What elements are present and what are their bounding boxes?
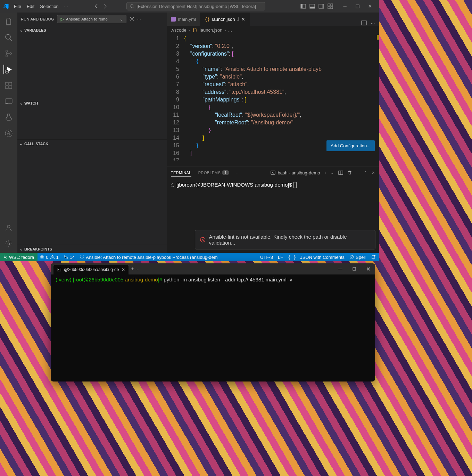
- status-remote[interactable]: WSL: fedora: [0, 253, 38, 261]
- split-terminal-icon[interactable]: [338, 170, 343, 175]
- activity-testing[interactable]: [4, 113, 14, 122]
- status-language[interactable]: { } JSON with Comments: [288, 254, 345, 260]
- close-tab-icon[interactable]: ✕: [122, 267, 125, 272]
- tab-main-yml[interactable]: main.yml: [167, 13, 200, 26]
- terminal-body[interactable]: [jborean@JBOREAN-WINDOWS ansibug-demo]$ …: [167, 179, 379, 253]
- status-spell[interactable]: Spell: [349, 254, 366, 260]
- layout-left-icon[interactable]: [300, 3, 306, 9]
- activity-extensions[interactable]: [4, 81, 14, 90]
- svg-rect-20: [9, 82, 12, 85]
- variables-body: [17, 34, 167, 99]
- trash-icon[interactable]: [347, 170, 352, 175]
- layout-bottom-icon[interactable]: [309, 3, 315, 9]
- vscode-logo-icon: [3, 3, 9, 9]
- svg-rect-9: [328, 7, 330, 9]
- window-maximize[interactable]: [351, 1, 364, 11]
- window-minimize[interactable]: ─: [339, 1, 351, 11]
- tab-launch-json[interactable]: {} launch.json 1 ✕: [200, 13, 250, 26]
- layout-right-icon[interactable]: [318, 3, 324, 9]
- toast-message: Ansible-lint is not available. Kindly ch…: [209, 234, 370, 246]
- status-debug-target[interactable]: Ansible: Attach to remote ansible-playbo…: [80, 255, 217, 260]
- maximize-panel-icon[interactable]: ⌃: [364, 171, 367, 175]
- activity-ansible[interactable]: [4, 129, 14, 138]
- status-eol[interactable]: LF: [278, 254, 283, 260]
- svg-point-15: [10, 53, 12, 55]
- activity-remote[interactable]: [4, 97, 14, 106]
- ext-terminal-tab[interactable]: @26b590d0e005:/ansibug-de ✕: [53, 265, 129, 274]
- nav-back-icon[interactable]: [94, 3, 99, 9]
- panel-overflow-icon[interactable]: ···: [236, 171, 240, 175]
- svg-point-35: [81, 256, 83, 259]
- vscode-window: File Edit Selection ··· [Extension Devel…: [0, 0, 379, 261]
- ext-window-maximize[interactable]: [347, 263, 361, 274]
- svg-point-25: [8, 243, 10, 245]
- sidebar-more-icon[interactable]: ···: [138, 17, 141, 21]
- breadcrumb-folder[interactable]: .vscode: [171, 27, 187, 33]
- breakpoints-header[interactable]: ⌄BREAKPOINTS: [17, 245, 167, 253]
- split-editor-icon[interactable]: [361, 20, 367, 26]
- panel-tab-problems[interactable]: PROBLEMS1: [198, 169, 229, 176]
- ext-terminal-body[interactable]: (.venv) [root@26b590d0e005 ansibug-demo]…: [51, 274, 375, 381]
- new-tab-icon[interactable]: +: [131, 266, 134, 272]
- menu-edit[interactable]: Edit: [25, 2, 36, 10]
- terminal-prompt: [jborean@JBOREAN-WINDOWS ansibug-demo]$: [176, 182, 293, 188]
- activity-debug[interactable]: [3, 65, 13, 74]
- svg-point-33: [64, 256, 65, 257]
- chevron-down-icon[interactable]: ⌄: [331, 171, 334, 175]
- status-encoding[interactable]: UTF-8: [260, 254, 273, 260]
- line-numbers: 1234567891011121314151617: [167, 34, 184, 166]
- check-icon: [349, 255, 354, 260]
- tab-close-icon[interactable]: ✕: [241, 17, 245, 22]
- activity-scm[interactable]: [4, 49, 14, 58]
- status-problems[interactable]: 0 1: [40, 255, 58, 260]
- menu-selection[interactable]: Selection: [38, 2, 60, 10]
- editor-more-icon[interactable]: ···: [371, 20, 375, 26]
- ext-window-close[interactable]: ✕: [361, 263, 375, 274]
- activity-account[interactable]: [4, 223, 14, 233]
- menu-overflow[interactable]: ···: [62, 2, 70, 10]
- chevron-right-icon: ›: [225, 27, 226, 33]
- activity-explorer[interactable]: [4, 17, 14, 26]
- breadcrumb-file[interactable]: launch.json: [200, 27, 223, 33]
- activity-settings[interactable]: [4, 239, 14, 249]
- new-terminal-icon[interactable]: +: [324, 171, 327, 175]
- svg-point-26: [131, 18, 133, 20]
- notification-toast[interactable]: Ansible-lint is not available. Kindly ch…: [195, 230, 375, 249]
- command-center[interactable]: [Extension Development Host] ansibug-dem…: [126, 2, 265, 10]
- status-bar: WSL: fedora 0 1 14 Ansible: Attach to re…: [0, 253, 379, 261]
- breadcrumbs[interactable]: .vscode › {} launch.json › ...: [167, 26, 379, 34]
- layout-custom-icon[interactable]: [328, 3, 333, 9]
- chevron-down-icon: ⌄: [19, 141, 23, 146]
- window-close[interactable]: ✕: [364, 1, 376, 11]
- ext-window-minimize[interactable]: ─: [333, 263, 347, 274]
- activity-search[interactable]: [4, 33, 14, 42]
- status-ports[interactable]: 14: [64, 255, 75, 260]
- terminal-cursor: [293, 182, 297, 188]
- terminal-icon: [57, 268, 61, 272]
- menu-file[interactable]: File: [12, 2, 23, 10]
- watch-header[interactable]: ⌄WATCH: [17, 99, 167, 107]
- variables-header[interactable]: ⌄VARIABLES: [17, 26, 167, 34]
- terminal-selector[interactable]: bash - ansibug-demo: [271, 170, 320, 175]
- svg-rect-17: [6, 82, 8, 85]
- breadcrumb-trail[interactable]: ...: [228, 27, 232, 33]
- code-editor[interactable]: 1234567891011121314151617 { "version": "…: [167, 34, 379, 166]
- svg-rect-11: [356, 5, 359, 8]
- search-icon: [130, 4, 134, 9]
- json-icon: {}: [192, 27, 198, 33]
- close-panel-icon[interactable]: ✕: [372, 171, 375, 175]
- add-configuration-button[interactable]: Add Configuration...: [326, 140, 375, 151]
- tab-dropdown-icon[interactable]: ⌄: [136, 267, 139, 271]
- panel-more-icon[interactable]: ···: [356, 171, 360, 175]
- nav-forward-icon[interactable]: [102, 3, 108, 9]
- start-debug-icon[interactable]: ▷: [60, 16, 64, 22]
- bell-icon[interactable]: [371, 254, 376, 260]
- command-center-text: [Extension Development Host] ansibug-dem…: [136, 4, 256, 9]
- debug-config-selector[interactable]: ▷ Ansible: Attach to remo ⌄: [57, 15, 126, 23]
- error-icon: [200, 237, 206, 243]
- svg-rect-8: [331, 4, 333, 6]
- svg-rect-29: [271, 171, 275, 175]
- callstack-header[interactable]: ⌄CALL STACK: [17, 139, 167, 148]
- gear-icon[interactable]: [129, 16, 135, 22]
- panel-tab-terminal[interactable]: TERMINAL: [171, 169, 191, 177]
